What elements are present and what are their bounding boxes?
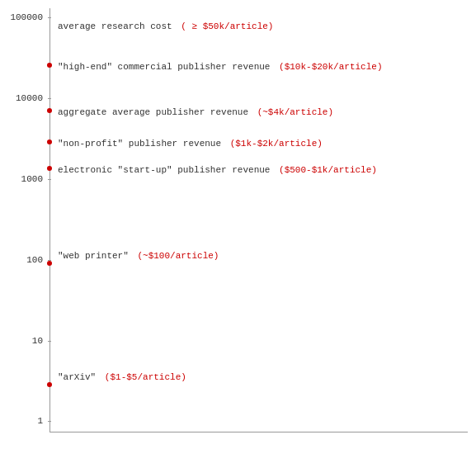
y-label-100000: 100000 [0,12,48,22]
label-value-startup: ($500-$1k/article) [279,165,377,175]
label-value-aggregate: (~$4k/article) [257,107,333,117]
label-text-aggregate: aggregate average publisher revenue [58,107,248,117]
data-label-webprinter: "web printer" (~$100/article) [58,251,219,261]
y-label-10: 10 [0,336,48,346]
label-value-research-cost: ( ≥ $50k/article) [181,21,273,31]
label-text-highend: "high-end" commercial publisher revenue [58,62,270,72]
data-label-aggregate: aggregate average publisher revenue (~$4… [58,107,333,117]
tick-1000 [48,179,51,180]
dot-startup [47,166,52,171]
data-label-startup: electronic "start-up" publisher revenue … [58,165,377,175]
y-label-1: 1 [0,416,48,426]
dot-highend [47,63,52,68]
label-value-webprinter: (~$100/article) [137,251,219,261]
label-text-startup: electronic "start-up" publisher revenue [58,165,270,175]
label-value-nonprofit: ($1k-$2k/article) [230,139,323,149]
data-label-arxiv: "arXiv" ($1-$5/article) [58,372,186,382]
label-text-research-cost: average research cost [58,21,172,31]
dot-nonprofit [47,139,52,144]
dot-aggregate [47,108,52,113]
label-text-arxiv: "arXiv" [58,372,96,382]
data-label-highend: "high-end" commercial publisher revenue … [58,62,382,72]
tick-100000 [48,17,51,18]
tick-10000 [48,98,51,99]
label-value-highend: ($10k-$20k/article) [279,62,382,72]
data-label-research-cost: average research cost ( ≥ $50k/article) [58,21,273,31]
y-label-100: 100 [0,255,48,265]
label-text-nonprofit: "non-profit" publisher revenue [58,139,221,149]
x-axis [49,432,468,432]
label-value-arxiv: ($1-$5/article) [105,372,186,382]
y-label-10000: 10000 [0,93,48,103]
tick-1 [48,421,51,422]
y-label-1000: 1000 [0,174,48,184]
chart-container: 100000 10000 1000 100 10 1 average resea… [0,0,476,449]
data-label-nonprofit: "non-profit" publisher revenue ($1k-$2k/… [58,139,323,149]
dot-webprinter [47,261,52,266]
y-axis [49,8,50,432]
dot-arxiv [47,382,52,387]
label-text-webprinter: "web printer" [58,251,129,261]
tick-10 [48,341,51,342]
